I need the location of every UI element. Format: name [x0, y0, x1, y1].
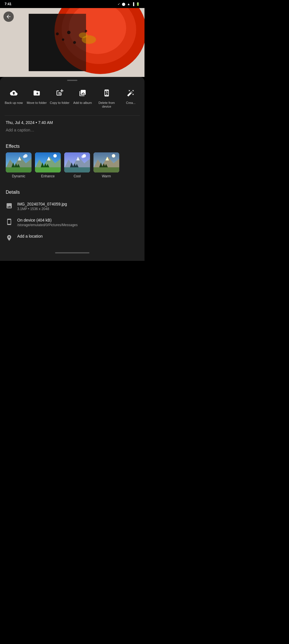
create-magic-icon: [124, 87, 137, 99]
mountain-scene-dynamic: [6, 152, 32, 172]
storage-info-item: On device (404 kB) /storage/emulated/0/P…: [6, 214, 139, 230]
location-pin-icon: [6, 234, 13, 241]
action-add-to-album[interactable]: Add to album: [71, 84, 94, 111]
add-to-album-label: Add to album: [73, 101, 92, 105]
location-item[interactable]: Add a location: [6, 230, 139, 245]
svg-point-6: [56, 32, 59, 35]
status-time: 7:41: [5, 2, 11, 6]
file-info-text: IMG_20240704_074059.jpg 3.1MP • 1536 x 2…: [17, 202, 67, 211]
effect-warm-thumb: [93, 152, 119, 172]
svg-point-9: [73, 41, 76, 44]
action-create[interactable]: Crea...: [119, 84, 142, 111]
svg-point-22: [23, 155, 26, 158]
sheet-handle: [0, 77, 144, 83]
copy-to-folder-label: Copy to folder: [50, 101, 69, 105]
effect-enhance-thumb: [35, 152, 61, 172]
effect-dynamic-label: Dynamic: [12, 174, 26, 178]
svg-rect-42: [93, 167, 119, 172]
photo-content: [0, 8, 144, 77]
action-copy-to-folder[interactable]: Copy to folder: [48, 84, 71, 111]
photo-area: [0, 8, 144, 77]
cloud-upload-icon: [7, 87, 20, 99]
handle-bar: [67, 80, 77, 81]
back-arrow-icon: [6, 14, 11, 20]
status-icons: ✓ ⬤ ▲ ▐ 🔋: [118, 2, 140, 6]
action-move-to-folder[interactable]: Move to folder: [25, 84, 48, 111]
svg-rect-25: [35, 167, 61, 172]
svg-point-10: [85, 30, 87, 32]
delete-from-device-label: Delete from device: [95, 101, 118, 108]
action-delete-from-device[interactable]: Delete from device: [94, 84, 119, 111]
check-circle-icon: ✓: [118, 2, 120, 6]
copy-folder-icon: [53, 87, 66, 99]
effect-enhance-label: Enhance: [41, 174, 54, 178]
create-label: Crea...: [126, 101, 135, 105]
status-bar: 7:41 ✓ ⬤ ▲ ▐ 🔋: [0, 0, 144, 8]
storage-path: /storage/emulated/0/Pictures/Messages: [17, 223, 78, 227]
photo-date: Thu, Jul 4, 2024 • 7:40 AM: [6, 120, 139, 125]
mountain-scene-enhance: [35, 152, 61, 172]
folder-move-icon: [30, 87, 43, 99]
svg-point-39: [81, 155, 84, 158]
effect-warm[interactable]: Warm: [93, 152, 119, 178]
add-location-label[interactable]: Add a location: [17, 234, 43, 238]
bottom-sheet: Back up now Move to folder Copy to folde…: [0, 77, 144, 261]
caption-input[interactable]: Add a caption…: [6, 128, 139, 132]
info-section: Thu, Jul 4, 2024 • 7:40 AM Add a caption…: [0, 116, 144, 139]
svg-point-7: [62, 38, 64, 41]
effect-cool-label: Cool: [74, 174, 81, 178]
svg-point-30: [53, 154, 57, 158]
file-info-item: IMG_20240704_074059.jpg 3.1MP • 1536 x 2…: [6, 198, 139, 214]
wifi-icon: ▲: [127, 2, 130, 6]
signal-icon: ▐: [132, 2, 134, 6]
filename: IMG_20240704_074059.jpg: [17, 202, 67, 206]
svg-point-47: [112, 154, 115, 158]
storage-label: On device (404 kB): [17, 218, 78, 222]
image-file-icon: [6, 202, 13, 209]
action-back-up-now[interactable]: Back up now: [2, 84, 25, 111]
photo-image: [0, 8, 144, 77]
details-section: Details IMG_20240704_074059.jpg 3.1MP • …: [0, 185, 144, 249]
svg-rect-5: [29, 14, 86, 71]
battery-icon: 🔋: [136, 2, 140, 6]
effects-title: Effects: [6, 144, 139, 149]
file-meta: 3.1MP • 1536 x 2048: [17, 207, 67, 211]
effects-section: Effects: [0, 139, 144, 185]
back-button[interactable]: [3, 11, 14, 22]
effect-warm-label: Warm: [102, 174, 111, 178]
effects-row: Dynamic: [6, 152, 139, 181]
effect-enhance[interactable]: Enhance: [35, 152, 61, 178]
effect-cool-thumb: [64, 152, 90, 172]
details-title: Details: [6, 190, 139, 195]
effect-dynamic[interactable]: Dynamic: [6, 152, 32, 178]
mountain-scene-warm: [93, 152, 119, 172]
add-photo-album-icon: [76, 87, 89, 99]
phone-delete-icon: [100, 87, 113, 99]
home-indicator: [0, 249, 144, 255]
mountain-scene-cool: [64, 152, 90, 172]
svg-rect-33: [64, 167, 90, 172]
storage-info-text: On device (404 kB) /storage/emulated/0/P…: [17, 218, 78, 227]
move-to-folder-label: Move to folder: [27, 101, 47, 105]
phone-storage-icon: [6, 218, 13, 225]
home-bar: [55, 252, 89, 253]
screen-record-icon: ⬤: [122, 2, 125, 6]
svg-point-12: [79, 32, 87, 38]
effect-cool[interactable]: Cool: [64, 152, 90, 178]
effect-dynamic-thumb: [6, 152, 32, 172]
svg-rect-16: [6, 167, 32, 172]
actions-row: Back up now Move to folder Copy to folde…: [0, 83, 144, 115]
svg-point-8: [67, 31, 71, 34]
location-text: Add a location: [17, 234, 43, 238]
back-up-now-label: Back up now: [5, 101, 23, 105]
